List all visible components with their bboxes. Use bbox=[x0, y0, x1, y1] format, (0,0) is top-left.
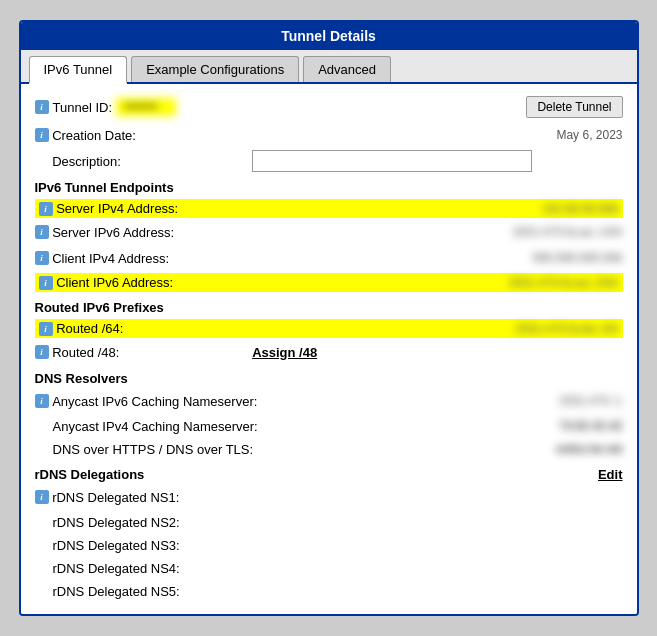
assign-48-link[interactable]: Assign /48 bbox=[252, 345, 317, 360]
delete-tunnel-button[interactable]: Delete Tunnel bbox=[526, 96, 622, 118]
server-ipv6-row: i Server IPv6 Address: 2001:470:fa:aa::1… bbox=[35, 221, 623, 243]
client-ipv6-value: 2001:470:fa:aa::2/64 bbox=[256, 276, 618, 290]
tab-advanced[interactable]: Advanced bbox=[303, 56, 391, 82]
rdns-edit-link[interactable]: Edit bbox=[598, 467, 623, 482]
client-ipv6-row: i Client IPv6 Address: 2001:470:fa:aa::2… bbox=[35, 273, 623, 292]
dns-section-header: DNS Resolvers bbox=[35, 371, 623, 386]
tunnel-id-info-icon[interactable]: i bbox=[35, 100, 49, 114]
server-ipv6-info-icon[interactable]: i bbox=[35, 225, 49, 239]
client-ipv4-info-icon[interactable]: i bbox=[35, 251, 49, 265]
endpoints-section-header: IPv6 Tunnel Endpoints bbox=[35, 180, 623, 195]
anycast-ipv4-row: Anycast IPv4 Caching Nameserver: 74.82.4… bbox=[35, 416, 623, 436]
server-ipv4-label: Server IPv4 Address: bbox=[56, 201, 256, 216]
tunnel-details-dialog: Tunnel Details IPv6 Tunnel Example Confi… bbox=[19, 20, 639, 616]
server-ipv4-row: i Server IPv4 Address: 192.88.99.999 bbox=[35, 199, 623, 218]
rdns-section-header-row: rDNS Delegations Edit bbox=[35, 467, 623, 482]
anycast-ipv6-info-icon[interactable]: i bbox=[35, 394, 49, 408]
rdns-ns4-label: rDNS Delegated NS4: bbox=[53, 561, 253, 576]
rdns-ns3-label: rDNS Delegated NS3: bbox=[53, 538, 253, 553]
tab-content: i Tunnel ID: •••••••• Delete Tunnel i Cr… bbox=[21, 84, 637, 614]
client-ipv6-info-icon[interactable]: i bbox=[39, 276, 53, 290]
rdns-ns4-row: rDNS Delegated NS4: bbox=[35, 558, 623, 578]
client-ipv4-row: i Client IPv4 Address: 999.999.999.999 bbox=[35, 247, 623, 269]
routed64-label: Routed /64: bbox=[56, 321, 256, 336]
creation-date-value: May 6, 2023 bbox=[252, 128, 622, 142]
rdns-ns5-row: rDNS Delegated NS5: bbox=[35, 581, 623, 601]
client-ipv4-value: 999.999.999.999 bbox=[252, 251, 622, 265]
description-label: Description: bbox=[52, 154, 252, 169]
tunnel-id-left: i Tunnel ID: •••••••• bbox=[35, 98, 177, 116]
routed64-row: i Routed /64: 2001:470:fa:bb::/64 bbox=[35, 319, 623, 338]
anycast-ipv6-row: i Anycast IPv6 Caching Nameserver: 2001:… bbox=[35, 390, 623, 412]
tab-bar: IPv6 Tunnel Example Configurations Advan… bbox=[21, 50, 637, 84]
tab-example-configurations[interactable]: Example Configurations bbox=[131, 56, 299, 82]
description-input[interactable] bbox=[252, 150, 532, 172]
routed64-info-icon[interactable]: i bbox=[39, 322, 53, 336]
routed-section-header: Routed IPv6 Prefixes bbox=[35, 300, 623, 315]
client-ipv4-label: Client IPv4 Address: bbox=[52, 251, 252, 266]
tunnel-id-label: Tunnel ID: bbox=[53, 100, 113, 115]
anycast-ipv6-label: Anycast IPv6 Caching Nameserver: bbox=[52, 394, 257, 409]
creation-date-label: Creation Date: bbox=[52, 128, 252, 143]
tunnel-id-row: i Tunnel ID: •••••••• Delete Tunnel bbox=[35, 94, 623, 120]
server-ipv6-label: Server IPv6 Address: bbox=[52, 225, 252, 240]
dns-https-value: ordns.he.net bbox=[253, 442, 622, 456]
rdns-ns3-row: rDNS Delegated NS3: bbox=[35, 535, 623, 555]
server-ipv6-value: 2001:470:fa:aa::1/64 bbox=[252, 225, 622, 239]
dns-https-row: DNS over HTTPS / DNS over TLS: ordns.he.… bbox=[35, 439, 623, 459]
anycast-ipv6-value: 2001:470::1 bbox=[257, 394, 622, 408]
server-ipv4-value: 192.88.99.999 bbox=[256, 202, 618, 216]
creation-date-row: i Creation Date: May 6, 2023 bbox=[35, 124, 623, 146]
rdns-ns1-row: i rDNS Delegated NS1: bbox=[35, 486, 623, 508]
creation-date-info-icon[interactable]: i bbox=[35, 128, 49, 142]
tunnel-id-value: •••••••• bbox=[116, 98, 176, 116]
rdns-ns2-row: rDNS Delegated NS2: bbox=[35, 512, 623, 532]
anycast-ipv4-label: Anycast IPv4 Caching Nameserver: bbox=[53, 419, 258, 434]
server-ipv4-info-icon[interactable]: i bbox=[39, 202, 53, 216]
description-row: i Description: bbox=[35, 150, 623, 172]
anycast-ipv4-value: 74.82.42.42 bbox=[258, 419, 623, 433]
rdns-ns2-label: rDNS Delegated NS2: bbox=[53, 515, 253, 530]
rdns-ns1-info-icon[interactable]: i bbox=[35, 490, 49, 504]
routed48-info-icon[interactable]: i bbox=[35, 345, 49, 359]
rdns-ns1-label: rDNS Delegated NS1: bbox=[52, 490, 179, 505]
routed48-row: i Routed /48: Assign /48 bbox=[35, 341, 623, 363]
dialog-title: Tunnel Details bbox=[21, 22, 637, 50]
client-ipv6-label: Client IPv6 Address: bbox=[56, 275, 256, 290]
tab-ipv6-tunnel[interactable]: IPv6 Tunnel bbox=[29, 56, 128, 84]
routed64-value: 2001:470:fa:bb::/64 bbox=[256, 322, 618, 336]
routed48-label: Routed /48: bbox=[52, 345, 252, 360]
rdns-section-header: rDNS Delegations bbox=[35, 467, 145, 482]
dns-https-label: DNS over HTTPS / DNS over TLS: bbox=[53, 442, 254, 457]
rdns-ns5-label: rDNS Delegated NS5: bbox=[53, 584, 253, 599]
